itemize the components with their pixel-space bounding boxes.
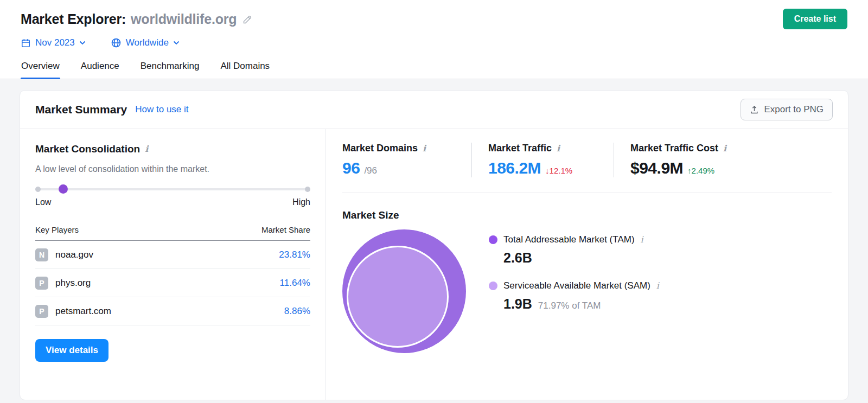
market-consolidation-title: Market Consolidation i — [35, 143, 310, 155]
tam-label: Total Addressable Market (TAM) — [503, 234, 635, 245]
col-market-share: Market Share — [261, 225, 310, 234]
page-title-domain: worldwildlife.org — [131, 11, 237, 27]
page-header: Market Explorer: worldwildlife.org Creat… — [0, 0, 868, 48]
card-header: Market Summary How to use it Export to P… — [20, 91, 848, 129]
player-domain: noaa.gov — [55, 250, 93, 260]
slider-labels: Low High — [35, 197, 310, 207]
chevron-down-icon — [173, 41, 180, 45]
stat-label-text: Market Traffic Cost — [630, 143, 718, 154]
geo-filter[interactable]: Worldwide — [111, 37, 180, 48]
market-share-link[interactable]: 11.64% — [280, 278, 310, 289]
globe-icon — [111, 37, 122, 48]
slider-track — [35, 188, 310, 190]
geo-filter-label: Worldwide — [126, 37, 169, 48]
market-summary-card: Market Summary How to use it Export to P… — [20, 90, 848, 400]
stat-label: Market Traffic Cost i — [630, 143, 726, 154]
market-share-link[interactable]: 8.86% — [284, 306, 310, 317]
player-domain: petsmart.com — [55, 306, 111, 317]
tam-sam-bubble-chart — [342, 229, 466, 353]
tab-all-domains[interactable]: All Domains — [220, 56, 270, 79]
market-consolidation-panel: Market Consolidation i A low level of co… — [20, 129, 326, 400]
consolidation-description: A low level of consolidation within the … — [35, 164, 310, 174]
favicon-badge: P — [35, 277, 48, 290]
slider-thumb[interactable] — [59, 184, 68, 194]
favicon-badge: N — [35, 248, 48, 261]
date-filter[interactable]: Nov 2023 — [21, 37, 86, 48]
divider — [342, 193, 832, 193]
stat-label-text: Market Domains — [342, 143, 418, 154]
market-traffic-cost-change: ↑2.49% — [687, 166, 714, 175]
stat-label-text: Market Traffic — [488, 143, 552, 154]
stat-label: Market Domains i — [342, 143, 455, 154]
view-details-button[interactable]: View details — [35, 339, 108, 362]
card-title: Market Summary — [35, 103, 127, 116]
col-key-players: Key Players — [35, 225, 79, 234]
tab-benchmarking[interactable]: Benchmarking — [140, 56, 200, 79]
sam-circle — [347, 246, 449, 348]
slider-end-high — [305, 187, 310, 192]
favicon-badge: P — [35, 305, 48, 318]
export-to-png-label: Export to PNG — [764, 104, 824, 115]
player-domain: phys.org — [55, 278, 91, 289]
slider-low-label: Low — [35, 197, 51, 207]
market-consolidation-title-text: Market Consolidation — [35, 143, 140, 155]
stat-market-traffic: Market Traffic i 186.2M ↓12.1% — [471, 143, 614, 177]
sam-value: 1.9B — [503, 296, 532, 312]
tab-audience[interactable]: Audience — [80, 56, 120, 79]
market-traffic-cost-value: $94.9M — [630, 159, 683, 177]
page-title-prefix: Market Explorer: — [21, 11, 126, 27]
info-icon[interactable]: i — [145, 145, 148, 153]
legend-item-sam: Serviceable Available Market (SAM) i 1.9… — [489, 280, 659, 312]
stat-market-traffic-cost: Market Traffic Cost i $94.9M ↑2.49% — [614, 143, 743, 177]
market-size-legend: Total Addressable Market (TAM) i 2.6B Se… — [489, 229, 659, 327]
consolidation-slider — [35, 184, 310, 194]
upload-icon — [750, 105, 759, 114]
card-body: Market Consolidation i A low level of co… — [20, 129, 848, 400]
info-icon[interactable]: i — [656, 282, 659, 290]
content-area: Market Summary How to use it Export to P… — [0, 79, 868, 403]
tab-overview[interactable]: Overview — [21, 56, 60, 79]
slider-end-low — [35, 187, 41, 192]
title-row: Market Explorer: worldwildlife.org Creat… — [21, 8, 847, 30]
market-share-link[interactable]: 23.81% — [279, 250, 310, 260]
market-size-title: Market Size — [342, 209, 832, 221]
edit-pencil-icon[interactable] — [242, 14, 253, 25]
stat-market-domains: Market Domains i 96 /96 — [342, 143, 471, 177]
create-list-button[interactable]: Create list — [783, 9, 847, 29]
filters-row: Nov 2023 Worldwide — [21, 37, 847, 48]
date-filter-label: Nov 2023 — [35, 37, 75, 48]
sam-dot-icon — [489, 282, 497, 290]
market-domains-total: /96 — [364, 165, 377, 176]
slider-high-label: High — [292, 197, 310, 207]
page-title: Market Explorer: worldwildlife.org — [21, 11, 237, 27]
key-players-table: Key Players Market Share N noaa.gov 23.8… — [35, 225, 310, 325]
how-to-use-link[interactable]: How to use it — [135, 104, 188, 115]
info-icon[interactable]: i — [723, 144, 726, 153]
market-traffic-change: ↓12.1% — [545, 166, 572, 175]
export-to-png-button[interactable]: Export to PNG — [741, 99, 833, 120]
calendar-icon — [21, 38, 31, 48]
tam-dot-icon — [489, 235, 497, 244]
legend-item-tam: Total Addressable Market (TAM) i 2.6B — [489, 234, 659, 266]
market-traffic-value: 186.2M — [488, 159, 541, 177]
stats-row: Market Domains i 96 /96 Market Traffic i — [342, 143, 832, 177]
tabs-bar: Overview Audience Benchmarking All Domai… — [0, 56, 868, 79]
info-icon[interactable]: i — [641, 235, 643, 244]
key-players-header: Key Players Market Share — [35, 225, 310, 241]
stat-label: Market Traffic i — [488, 143, 597, 154]
table-row: P phys.org 11.64% — [35, 269, 310, 297]
table-row: N noaa.gov 23.81% — [35, 241, 310, 269]
market-domains-value: 96 — [342, 159, 360, 177]
sam-label: Serviceable Available Market (SAM) — [503, 280, 650, 291]
table-row: P petsmart.com 8.86% — [35, 297, 310, 325]
market-size-chart: Total Addressable Market (TAM) i 2.6B Se… — [342, 229, 832, 353]
chevron-down-icon — [79, 41, 86, 45]
sam-percent-of-tam: 71.97% of TAM — [538, 300, 601, 311]
info-icon[interactable]: i — [423, 144, 426, 153]
info-icon[interactable]: i — [557, 144, 560, 153]
market-stats-panel: Market Domains i 96 /96 Market Traffic i — [326, 129, 848, 400]
tam-value: 2.6B — [503, 250, 532, 266]
